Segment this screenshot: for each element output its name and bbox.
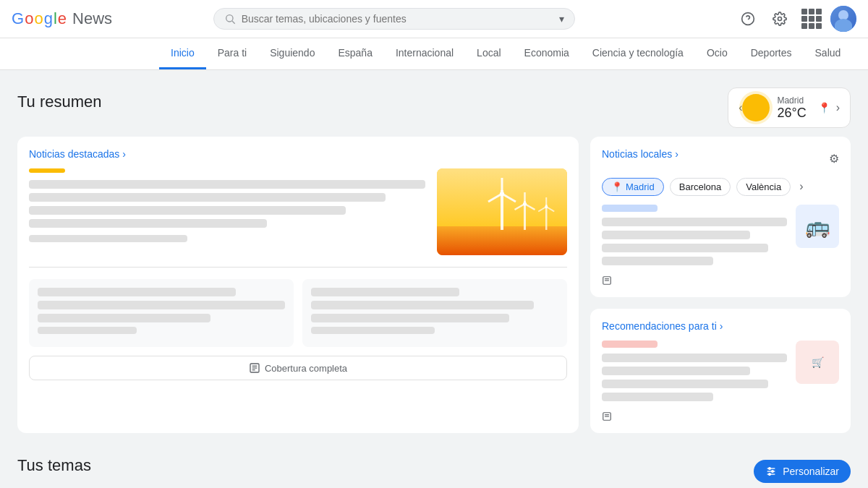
help-button[interactable] <box>735 6 761 32</box>
settings-button[interactable] <box>767 6 793 32</box>
personalizar-button[interactable]: Personalizar <box>754 460 851 483</box>
svg-point-36 <box>772 471 774 473</box>
main-content: Tu resumen ‹ Madrid 26°C 📍 › Noticias de… <box>0 70 868 488</box>
header: G o o g l e News ▾ <box>0 0 868 38</box>
apps-button[interactable] <box>799 6 825 32</box>
nav-item-siguiendo[interactable]: Siguiendo <box>258 38 326 69</box>
help-icon <box>741 12 755 26</box>
recommendations-link[interactable]: Recomendaciones para ti › <box>602 320 839 332</box>
local-news-header: Noticias locales › ⚙ <box>602 148 839 168</box>
filter-icon[interactable]: ⚙ <box>829 152 839 166</box>
reco-more-stories[interactable] <box>602 411 839 421</box>
personalizar-label: Personalizar <box>783 466 839 477</box>
cobertura-button[interactable]: Cobertura completa <box>29 356 567 380</box>
nav-item-para-ti[interactable]: Para ti <box>206 38 258 69</box>
nav-item-inicio[interactable]: Inicio <box>159 38 206 69</box>
logo-l: l <box>54 9 57 28</box>
sliders-icon <box>765 466 777 477</box>
weather-next-button[interactable]: › <box>836 101 840 114</box>
apps-grid-icon <box>801 9 822 29</box>
weather-text: Madrid 26°C <box>777 95 806 121</box>
weather-widget: ‹ Madrid 26°C 📍 › <box>728 87 851 128</box>
skeleton-line <box>602 393 713 401</box>
city-tab-madrid[interactable]: 📍 Madrid <box>602 178 664 196</box>
svg-point-4 <box>778 17 781 21</box>
city-valencia-label: València <box>746 181 781 192</box>
resumen-grid: Noticias destacadas › <box>17 137 851 433</box>
skeleton-line <box>38 327 137 334</box>
logo-g2: g <box>44 9 53 28</box>
featured-news-panel: Noticias destacadas › <box>17 137 579 433</box>
recommendations-panel: Recomendaciones para ti › 🛒 <box>590 309 851 433</box>
city-madrid-label: Madrid <box>626 181 655 192</box>
reco-article-thumb: 🛒 <box>796 341 839 384</box>
nav-item-deportes[interactable]: Deportes <box>739 38 804 69</box>
sun-icon <box>742 94 770 121</box>
skeleton-line <box>29 193 386 202</box>
weather-info: Madrid 26°C 📍 <box>742 94 830 121</box>
svg-rect-7 <box>501 190 503 230</box>
featured-article <box>29 168 567 267</box>
local-article-text <box>602 205 787 270</box>
right-panel: Noticias locales › ⚙ 📍 Madrid Barcelona … <box>590 137 851 433</box>
nav-item-ciencia[interactable]: Ciencia y tecnología <box>581 38 695 69</box>
city-tabs: 📍 Madrid Barcelona València › <box>602 177 839 196</box>
temas-header: Tus temas Personalizar <box>17 456 851 487</box>
nav-item-ocio[interactable]: Ocio <box>695 38 739 69</box>
local-more-stories[interactable] <box>602 275 839 286</box>
skeleton-line <box>311 327 435 334</box>
windmill-svg <box>437 168 567 255</box>
google-logo: G o o g l e <box>12 9 67 28</box>
cobertura-label: Cobertura completa <box>265 363 347 374</box>
article-text <box>29 168 425 255</box>
user-avatar[interactable] <box>830 6 856 32</box>
featured-image <box>437 168 567 255</box>
stories-icon <box>602 411 612 421</box>
gear-icon <box>773 12 787 26</box>
skeleton-line <box>602 354 787 362</box>
reco-article: 🛒 <box>602 341 839 406</box>
svg-point-35 <box>769 468 771 470</box>
skeleton-line <box>29 219 267 228</box>
skeleton-line <box>602 218 787 226</box>
weather-location-icon[interactable]: 📍 <box>818 102 830 114</box>
svg-point-16 <box>523 202 527 206</box>
skeleton-line <box>602 257 713 265</box>
main-nav: Inicio Para ti Siguiendo España Internac… <box>0 38 868 70</box>
header-icons <box>735 6 856 32</box>
logo-e: e <box>58 9 67 28</box>
skeleton-line <box>38 288 236 296</box>
sub-article-1 <box>29 279 294 347</box>
svg-rect-6 <box>437 226 567 255</box>
skeleton-line <box>311 288 459 296</box>
search-dropdown-icon[interactable]: ▾ <box>559 13 564 25</box>
featured-news-link[interactable]: Noticias destacadas › <box>29 148 567 160</box>
city-tab-valencia[interactable]: València <box>736 178 791 196</box>
svg-rect-17 <box>545 205 548 230</box>
logo-area: G o o g l e News <box>12 9 127 28</box>
resumen-header: Tu resumen ‹ Madrid 26°C 📍 › <box>17 87 851 128</box>
city-tabs-next-button[interactable]: › <box>796 177 806 196</box>
search-bar[interactable]: ▾ <box>213 8 575 30</box>
city-tab-barcelona[interactable]: Barcelona <box>670 178 731 196</box>
category-bar <box>29 168 65 173</box>
weather-city: Madrid <box>777 95 806 106</box>
skeleton-line <box>602 341 658 348</box>
skeleton-line <box>602 244 768 252</box>
local-news-link[interactable]: Noticias locales › <box>602 148 678 160</box>
avatar-image <box>830 6 856 32</box>
temas-title: Tus temas <box>17 456 91 475</box>
nav-item-salud[interactable]: Salud <box>804 38 853 69</box>
nav-item-espana[interactable]: España <box>326 38 383 69</box>
nav-item-local[interactable]: Local <box>465 38 512 69</box>
svg-point-37 <box>769 474 771 476</box>
nav-item-economia[interactable]: Economia <box>513 38 581 69</box>
reco-article-text <box>602 341 787 406</box>
nav-item-internacional[interactable]: Internacional <box>384 38 465 69</box>
logo-g: G <box>12 9 24 28</box>
skeleton-line <box>311 301 534 309</box>
svg-line-1 <box>232 21 235 24</box>
cart-icon: 🛒 <box>812 356 824 368</box>
skeleton-line <box>38 301 285 309</box>
search-input[interactable] <box>242 13 553 25</box>
